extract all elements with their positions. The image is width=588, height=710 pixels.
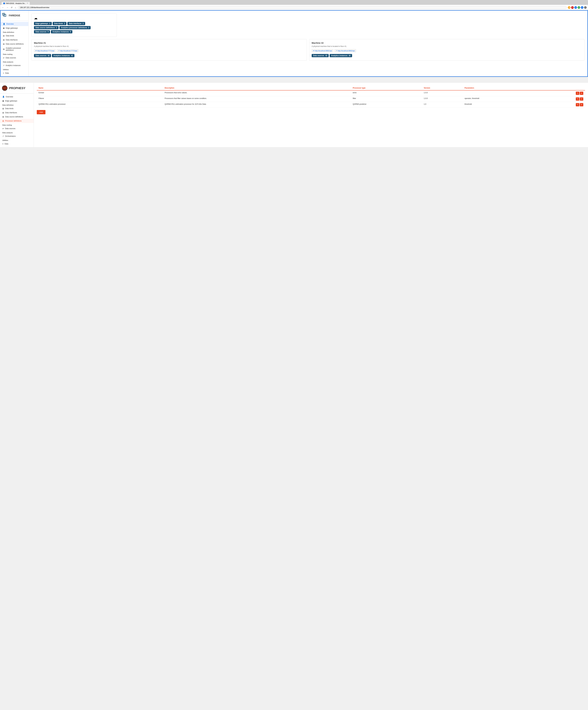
data-kinds-icon: ▤ <box>3 35 4 37</box>
sidebar2-item-data-util[interactable]: ≡ Data <box>0 142 34 146</box>
browser-tab-bar: FAR-EDGE - Analytics De... ✕ <box>0 0 588 5</box>
sidebar2-item-edge-gateways-label: Edge gateways <box>5 100 17 102</box>
browser-toolbar-icons: ★ O ● ● ● ⋮ <box>568 6 587 9</box>
extension-icon3[interactable]: ● <box>581 6 584 9</box>
sidebar2-section-utilities: Utilities <box>0 138 34 142</box>
machine1-title: Machine #1 <box>34 42 304 44</box>
extension-icon1[interactable]: ● <box>574 6 577 9</box>
sidebar-item-data-kinds[interactable]: ▤ Data kinds <box>1 34 28 38</box>
sidebar-item-data-interfaces-label: Data interfaces <box>6 39 18 41</box>
machine2-link1[interactable]: ⇌ http://localhost:8881/api <box>312 49 333 52</box>
machine2-link2[interactable]: ↗ http://localhost:8882/api <box>334 49 356 52</box>
badge-edge-gateways[interactable]: Edge gateways 2 <box>34 22 52 25</box>
sidebar-item-overview[interactable]: 👤 Overview <box>1 22 28 26</box>
faredge-main-content: ☁ Edge gateways 2 Data kinds 2 Data inte… <box>28 10 587 76</box>
table-row: Filterer Processors that filter values b… <box>37 96 585 102</box>
machine2-link1-url: http://localhost:8881/api <box>315 50 332 52</box>
edit-button-1[interactable]: ✎ <box>576 97 579 101</box>
cell-version-0: 1.0.0 <box>422 90 463 96</box>
sidebar-item-analytics-instances-label: Analytics instances <box>6 65 21 67</box>
badge-data-kinds[interactable]: Data kinds 2 <box>53 22 67 25</box>
sidebar2-item-data-kinds-label: Data kinds <box>5 108 14 110</box>
sidebar2-item-overview[interactable]: 👤 Overview <box>0 95 34 99</box>
cell-actions-1: ✎ ✕ <box>538 96 585 102</box>
sidebar2-item-data-sources[interactable]: ⇌ Data sources <box>0 126 34 131</box>
cell-processor-type-1: filter <box>351 96 422 102</box>
machine2-link2-url: http://localhost:8882/api <box>338 50 355 52</box>
cloud-icon: ☁ <box>34 16 114 20</box>
m1-ai-count: 42 <box>71 54 73 56</box>
extension-icon2[interactable]: ● <box>578 6 580 9</box>
link1-icon: ⇌ <box>35 50 37 52</box>
col-header-description: Description <box>163 86 351 90</box>
bookmark-icon[interactable]: ★ <box>568 6 570 9</box>
machine1-badge-analytics[interactable]: Analytics instances 42 <box>52 54 74 57</box>
sidebar-item-edge-gateways[interactable]: ▦ Edge gateways <box>1 26 28 30</box>
machine1-link2[interactable]: ↗ http://localhost:7772/api <box>57 49 78 52</box>
sidebar2-item-overview-label: Overview <box>6 96 13 98</box>
machine2-badge-analytics[interactable]: Analytics instances 42 <box>330 54 352 57</box>
sidebar2-item-orchestrators-label: Orchestrators <box>5 135 16 137</box>
badge-data-interfaces[interactable]: Data interfaces 2 <box>67 22 85 25</box>
badge-data-sources-count: 0 <box>48 31 49 33</box>
machine1-links: ⇌ http://localhost:7771/api ↗ http://loc… <box>34 49 304 52</box>
prophesy-logo-text: PROPHESY <box>9 87 25 90</box>
edit-button-0[interactable]: ✎ <box>576 92 579 95</box>
badge-data-source-defs-count: 2 <box>56 27 57 29</box>
p-data-kinds-icon: ▤ <box>2 108 4 110</box>
nav-home-button[interactable]: ⌂ <box>14 6 17 9</box>
p-data-sources-icon: ⇌ <box>2 127 4 129</box>
sidebar2-item-proc-definitions[interactable]: ▤ Processor definitions <box>0 119 34 123</box>
svg-point-5 <box>4 88 5 89</box>
machine1-link1[interactable]: ⇌ http://localhost:7771/api <box>34 49 55 52</box>
cell-parameters-1: operator, threshold <box>463 96 538 102</box>
edit-button-2[interactable]: ✎ <box>576 103 579 106</box>
machine-card-1: Machine #1 A physical machine that is lo… <box>31 39 307 61</box>
address-bar-input[interactable] <box>18 6 567 9</box>
sidebar-item-analytics-proc-defs[interactable]: ▤ Analytics processor definitions <box>1 46 28 52</box>
machine-card-2: Machine #2 A physical machine that is lo… <box>309 39 585 61</box>
sidebar2-item-orchestrators[interactable]: ↗ Orchestrators <box>0 134 34 138</box>
cell-parameters-2: threshold <box>463 102 538 108</box>
badge-analytics-instances[interactable]: Analytics instances 0 <box>51 30 72 33</box>
processor-definitions-content: Name Description Processor type Version … <box>34 83 588 147</box>
delete-button-0[interactable]: ✕ <box>580 92 583 95</box>
nav-forward-button[interactable]: → <box>6 6 9 9</box>
opera-icon[interactable]: O <box>571 6 574 9</box>
sidebar2-item-data-source-defs[interactable]: ▤ Data source definitions <box>0 115 34 119</box>
machine2-links: ⇌ http://localhost:8881/api ↗ http://loc… <box>312 49 582 52</box>
add-processor-button[interactable]: Add <box>37 110 45 114</box>
delete-button-2[interactable]: ✕ <box>580 103 583 106</box>
sidebar2-item-data-kinds[interactable]: ▤ Data kinds <box>0 106 34 111</box>
badge-data-sources[interactable]: Data sources 0 <box>34 30 50 33</box>
sidebar2-item-data-interfaces[interactable]: ▤ Data interfaces <box>0 111 34 115</box>
sidebar2-item-edge-gateways[interactable]: ▦ Edge gateways <box>0 99 34 103</box>
tab-close-icon[interactable]: ✕ <box>27 2 28 4</box>
badge-data-source-defs[interactable]: Data source definitions 2 <box>34 26 58 29</box>
badge-analytics-proc-defs[interactable]: Analytics processor definitions 2 <box>60 26 91 29</box>
machine2-badge-datasources[interactable]: Data sources 42 <box>312 54 329 57</box>
sidebar2-item-data-interfaces-label: Data interfaces <box>5 112 17 114</box>
sidebar-item-data-source-defs[interactable]: ▤ Data source definitions <box>1 42 28 46</box>
prophesy-panel: PROPHESY 👤 Overview ▦ Edge gateways Data… <box>0 83 588 147</box>
link2-icon: ↗ <box>58 50 60 52</box>
nav-refresh-button[interactable]: ↺ <box>10 6 13 9</box>
machine1-badge-datasources[interactable]: Data sources 42 <box>34 54 51 57</box>
sidebar-item-data-util[interactable]: ≡ Data <box>1 71 28 75</box>
cell-version-1: 1.0.0 <box>422 96 463 102</box>
browser-tab[interactable]: FAR-EDGE - Analytics De... ✕ <box>1 2 30 5</box>
menu-icon[interactable]: ⋮ <box>584 6 587 9</box>
sidebar-section-data-routing: Data routing <box>1 52 28 56</box>
nav-back-button[interactable]: ← <box>1 6 4 9</box>
sidebar-item-data-sources[interactable]: ⇌ Data sources <box>1 56 28 60</box>
analytics-proc-defs-icon: ▤ <box>3 48 4 50</box>
delete-button-1[interactable]: ✕ <box>580 97 583 101</box>
prophesy-logo: PROPHESY <box>0 83 34 94</box>
m2-ai-count: 42 <box>349 54 351 56</box>
badge-edge-gateways-count: 2 <box>49 23 50 25</box>
sidebar-item-analytics-instances[interactable]: ↗ Analytics instances <box>1 64 28 68</box>
cell-description-0: Processors that echo values. <box>163 90 351 96</box>
cloud-badge-row-1: Edge gateways 2 Data kinds 2 Data interf… <box>34 22 114 25</box>
sidebar-item-data-interfaces[interactable]: ▤ Data interfaces <box>1 38 28 42</box>
cell-name-2: QARMA RUL estimation processor <box>37 102 163 108</box>
